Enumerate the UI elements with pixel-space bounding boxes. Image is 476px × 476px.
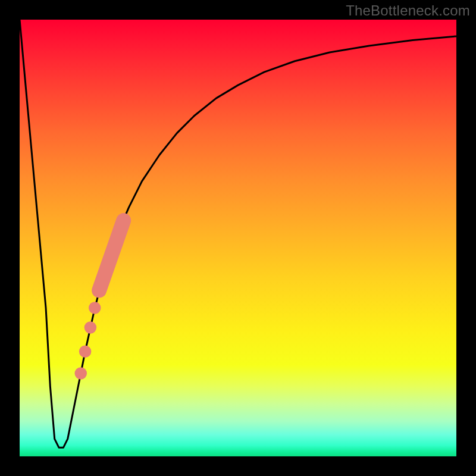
bottleneck-curve: [20, 20, 456, 447]
watermark-text: TheBottleneck.com: [346, 2, 470, 19]
highlight-bar: [99, 221, 124, 290]
highlight-dot: [74, 367, 87, 380]
highlight-dot: [89, 302, 101, 314]
plot-area: [20, 20, 456, 456]
chart-frame: TheBottleneck.com: [0, 0, 476, 476]
highlight-dot: [79, 346, 92, 358]
curve-layer: [20, 20, 456, 456]
highlight-dot: [84, 321, 97, 334]
